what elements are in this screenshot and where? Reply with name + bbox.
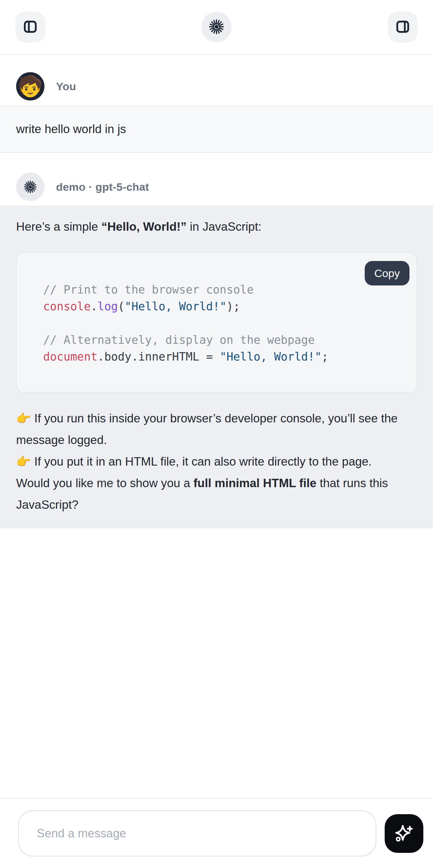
code-line: // Alternatively, display on the webpage xyxy=(43,332,403,348)
user-avatar-emoji: 🧒 xyxy=(18,76,42,96)
assistant-sender-label: demo · gpt-5-chat xyxy=(56,181,149,193)
code-block: Copy // Print to the browser consolecons… xyxy=(16,252,417,393)
assistant-message: Here’s a simple “Hello, World!” in JavaS… xyxy=(0,206,433,528)
assistant-role-row: demo · gpt-5-chat xyxy=(0,173,433,201)
code-content: // Print to the browser consoleconsole.l… xyxy=(17,253,416,392)
copy-button[interactable]: Copy xyxy=(365,261,409,285)
assistant-tip-2: 👉 If you put it in an HTML file, it can … xyxy=(16,451,417,472)
code-line xyxy=(43,315,403,332)
assistant-tip-1: 👉 If you run this inside your browser’s … xyxy=(16,408,417,451)
user-role-row: 🧒 You xyxy=(0,72,433,100)
starburst-icon xyxy=(23,180,37,194)
starburst-icon xyxy=(208,19,225,36)
user-message-text: write hello world in js xyxy=(16,122,126,136)
model-menu-button[interactable] xyxy=(202,12,231,42)
sidebar-toggle-button[interactable] xyxy=(16,11,45,42)
sparkles-icon xyxy=(394,823,414,844)
top-bar xyxy=(0,0,433,55)
message-input[interactable] xyxy=(18,810,376,857)
assistant-tip-paragraphs: 👉 If you run this inside your browser’s … xyxy=(16,408,417,472)
composer-bar xyxy=(0,798,433,868)
user-avatar: 🧒 xyxy=(16,72,44,100)
right-panel-toggle-button[interactable] xyxy=(388,11,417,42)
code-line: console.log("Hello, World!"); xyxy=(43,298,403,315)
send-button[interactable] xyxy=(385,814,423,853)
panel-left-icon xyxy=(23,19,38,35)
user-message: write hello world in js xyxy=(0,106,433,153)
user-sender-label: You xyxy=(56,80,76,93)
assistant-closing-question: Would you like me to show you a full min… xyxy=(16,472,417,516)
assistant-avatar xyxy=(16,173,44,201)
code-line: // Print to the browser console xyxy=(43,281,403,298)
panel-right-icon xyxy=(395,19,410,35)
code-line: document.body.innerHTML = "Hello, World!… xyxy=(43,348,403,365)
assistant-intro-text: Here’s a simple “Hello, World!” in JavaS… xyxy=(16,216,417,238)
chat-app: 🧒 You write hello world in js xyxy=(0,0,433,868)
